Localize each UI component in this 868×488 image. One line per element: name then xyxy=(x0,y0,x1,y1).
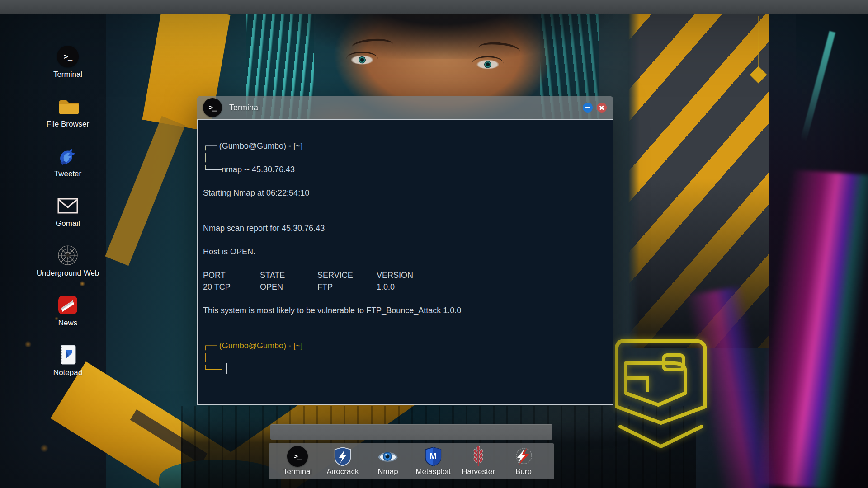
bird-icon xyxy=(57,145,79,167)
desktop-icon-label: Underground Web xyxy=(37,269,99,278)
dock-item-burp[interactable]: Burp xyxy=(501,446,546,479)
dock-item-airocrack[interactable]: Airocrack xyxy=(320,446,365,479)
vulnerability-line: This system is most likely to be vulnera… xyxy=(203,305,604,316)
prompt2-line-1: ┌── (Gumbo@Gumbo) - [~] xyxy=(203,340,604,352)
dock-item-label: Metasploit xyxy=(415,467,450,476)
dock-item-harvester[interactable]: Harvester xyxy=(456,446,501,479)
minimize-icon xyxy=(585,107,590,108)
terminal-icon: >_ xyxy=(287,446,308,467)
prompt-command-line: └───nmap -- 45.30.76.43 xyxy=(203,164,604,175)
dock-item-label: Harvester xyxy=(462,467,495,476)
notepad-icon xyxy=(57,343,79,366)
desktop-icon-label: Tweeter xyxy=(54,169,81,178)
desktop-icon-label: Gomail xyxy=(56,219,80,228)
scan-table-row: 20 TCPOPENFTP1.0.0 xyxy=(203,281,604,293)
starting-line: Starting Nmap at 06:22:54:10 xyxy=(203,187,604,199)
desktop-icon-column: >_ Terminal File Browser Tweeter xyxy=(34,45,102,393)
dock-item-terminal[interactable]: >_ Terminal xyxy=(275,446,320,479)
desktop-icon-label: File Browser xyxy=(47,120,89,129)
dock-item-metasploit[interactable]: M Metasploit xyxy=(410,446,456,479)
host-line: Host is OPEN. xyxy=(203,246,604,258)
prompt-line-pipe: │ xyxy=(203,152,604,164)
desktop-icon-file-browser[interactable]: File Browser xyxy=(34,95,102,145)
prompt2-input-line: └─── xyxy=(203,363,604,375)
desktop-icon-label: Notepad xyxy=(53,368,82,377)
dock-item-label: Burp xyxy=(515,467,532,476)
command-text: nmap -- 45.30.76.43 xyxy=(222,165,295,174)
terminal-content: ┌── (Gumbo@Gumbo) - [~] │ └───nmap -- 45… xyxy=(198,120,613,375)
report-line: Nmap scan report for 45.30.76.43 xyxy=(203,222,604,234)
dock-item-label: Terminal xyxy=(283,467,312,476)
window-title: Terminal xyxy=(229,103,260,113)
dock: >_ Terminal Airocrack Nmap xyxy=(269,443,554,479)
dock-item-nmap[interactable]: Nmap xyxy=(365,446,410,479)
close-button[interactable] xyxy=(597,103,607,113)
terminal-icon: >_ xyxy=(57,46,79,67)
dock-handle-bar[interactable] xyxy=(270,424,552,440)
prompt2-line-pipe: │ xyxy=(203,352,604,363)
minimize-button[interactable] xyxy=(583,103,593,113)
news-icon xyxy=(57,294,79,316)
shield-lightning-icon xyxy=(332,446,353,467)
prompt-line-1: ┌── (Gumbo@Gumbo) - [~] xyxy=(203,140,604,152)
terminal-icon: >_ xyxy=(203,98,222,117)
desktop-icon-gomail[interactable]: Gomail xyxy=(34,194,102,244)
desktop-icon-label: News xyxy=(58,319,78,328)
envelope-icon xyxy=(57,194,79,217)
desktop-icon-tweeter[interactable]: Tweeter xyxy=(34,145,102,194)
spiderweb-icon xyxy=(57,244,79,267)
dock-item-label: Nmap xyxy=(377,467,398,476)
desktop-icon-notepad[interactable]: Notepad xyxy=(34,343,102,393)
text-cursor xyxy=(226,363,227,374)
dock-item-label: Airocrack xyxy=(327,467,359,476)
scan-table-header: PORTSTATESERVICEVERSION xyxy=(203,269,604,281)
desktop-icon-label: Terminal xyxy=(53,70,82,79)
svg-text:M: M xyxy=(429,451,437,461)
folder-icon xyxy=(57,95,79,117)
terminal-titlebar[interactable]: >_ Terminal xyxy=(197,96,613,119)
desktop-icon-underground-web[interactable]: Underground Web xyxy=(34,244,102,294)
wheat-icon xyxy=(468,446,489,467)
terminal-output-area[interactable]: ┌── (Gumbo@Gumbo) - [~] │ └───nmap -- 45… xyxy=(197,119,613,405)
terminal-window: >_ Terminal ┌── (Gumbo@Gumbo) - [~] │ └─… xyxy=(197,96,613,405)
shield-m-icon: M xyxy=(423,446,443,467)
burp-lightning-icon xyxy=(513,446,534,467)
desktop-icon-terminal[interactable]: >_ Terminal xyxy=(34,45,102,95)
desktop-icon-news[interactable]: News xyxy=(34,294,102,343)
eye-icon xyxy=(377,446,398,467)
top-taskbar xyxy=(0,0,868,14)
